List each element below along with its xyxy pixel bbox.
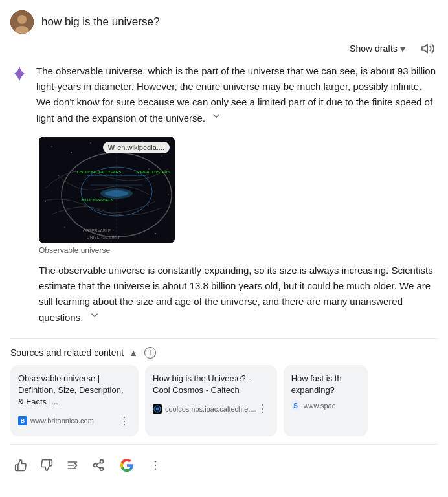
more-vertical-icon — [149, 459, 162, 472]
google-search-button[interactable] — [114, 452, 140, 478]
svg-point-14 — [168, 195, 169, 195]
content-area: The observable universe, which is the pa… — [0, 63, 448, 489]
user-avatar — [10, 10, 34, 34]
svg-line-37 — [96, 466, 100, 468]
coolcosmos-favicon — [153, 404, 162, 414]
svg-point-39 — [155, 460, 157, 462]
modify-button[interactable] — [62, 455, 83, 476]
sources-label: Sources and related content — [10, 348, 124, 358]
sources-header: Sources and related content ▲ i — [10, 347, 438, 365]
speaker-button[interactable] — [418, 39, 438, 58]
source-url-1: www.britannica.com — [30, 417, 94, 425]
google-g-icon — [118, 456, 136, 474]
share-button[interactable] — [88, 455, 109, 476]
more-options-button[interactable] — [145, 455, 166, 476]
thumbs-up-icon — [14, 459, 27, 472]
source-url-3: www.spac — [304, 402, 336, 410]
sources-chevron-up-icon[interactable]: ▲ — [129, 348, 138, 358]
svg-point-6 — [71, 152, 72, 153]
show-drafts-button[interactable]: Show drafts ▾ — [344, 40, 410, 58]
universe-image[interactable]: 1 BILLION LIGHT YEARS SUPERCLUSTERS 1 BI… — [39, 137, 175, 243]
show-drafts-label: Show drafts — [350, 43, 398, 54]
source-more-button-1[interactable]: ⋮ — [118, 414, 131, 428]
source-card-footer-3: S www.spac — [291, 401, 360, 410]
svg-point-7 — [91, 143, 91, 144]
svg-point-30 — [156, 408, 159, 410]
chevron-down-icon: ▾ — [400, 43, 405, 55]
svg-text:SUPERCLUSTERS: SUPERCLUSTERS — [136, 170, 170, 174]
source-card-title-3: How fast is th expanding? — [291, 373, 360, 396]
thumbs-down-icon — [40, 459, 53, 472]
bottom-actions — [10, 444, 438, 489]
response-paragraph-1: The observable universe, which is the pa… — [36, 63, 438, 126]
source-site-2: coolcosmos.ipac.caltech.e.... — [153, 404, 256, 414]
gemini-icon-svg — [10, 65, 28, 83]
info-icon[interactable]: i — [144, 347, 156, 359]
source-url-2: coolcosmos.ipac.caltech.e.... — [165, 405, 256, 413]
source-card-title-1: Observable universe | Definition, Size, … — [18, 373, 131, 408]
svg-point-13 — [45, 201, 46, 202]
svg-point-5 — [52, 146, 52, 147]
chevron-down-icon-2 — [89, 309, 100, 321]
modify-icon — [66, 459, 79, 472]
svg-point-40 — [155, 464, 157, 466]
image-section: 1 BILLION LIGHT YEARS SUPERCLUSTERS 1 BI… — [39, 137, 438, 255]
svg-point-1 — [17, 15, 27, 24]
svg-text:1 BILLION LIGHT YEARS: 1 BILLION LIGHT YEARS — [76, 170, 121, 174]
universe-visual: 1 BILLION LIGHT YEARS SUPERCLUSTERS 1 BI… — [39, 137, 175, 243]
source-card-britannica[interactable]: Observable universe | Definition, Size, … — [10, 365, 139, 436]
controls-bar: Show drafts ▾ — [0, 39, 448, 63]
google-logo-svg — [120, 458, 134, 472]
source-card-footer-1: B www.britannica.com ⋮ — [18, 414, 131, 428]
svg-text:UNIVERSE LIMIT: UNIVERSE LIMIT — [87, 235, 120, 239]
svg-marker-3 — [422, 45, 427, 53]
speaker-icon — [421, 41, 435, 56]
svg-point-12 — [149, 169, 150, 170]
expand-button-2[interactable] — [87, 309, 102, 321]
source-card-coolcosmos[interactable]: How big is the Universe? - Cool Cosmos -… — [145, 365, 277, 436]
wiki-url: en.wikipedia.... — [117, 144, 164, 151]
svg-point-41 — [155, 468, 157, 470]
gemini-star-icon — [10, 65, 28, 126]
svg-text:OBSERVABLE: OBSERVABLE — [83, 228, 111, 233]
britannica-favicon: B — [18, 416, 27, 425]
svg-point-10 — [162, 156, 162, 157]
sources-section: Sources and related content ▲ i Observab… — [10, 338, 438, 436]
svg-text:1 BILLION PARSECS: 1 BILLION PARSECS — [79, 198, 113, 202]
wikipedia-badge[interactable]: W en.wikipedia.... — [103, 142, 170, 153]
avatar-image — [10, 10, 34, 34]
source-site-3: S www.spac — [291, 401, 336, 410]
thumbs-down-button[interactable] — [36, 455, 57, 476]
source-site-1: B www.britannica.com — [18, 416, 94, 425]
source-card-title-2: How big is the Universe? - Cool Cosmos -… — [153, 373, 269, 396]
search-query: how big is the universe? — [41, 16, 159, 28]
query-header: how big is the universe? — [0, 0, 448, 39]
source-card-footer-2: coolcosmos.ipac.caltech.e.... ⋮ — [153, 401, 269, 416]
image-caption: Observable universe — [39, 246, 438, 255]
response-text-1: The observable universe, which is the pa… — [36, 65, 436, 124]
source-more-button-2[interactable]: ⋮ — [256, 401, 269, 416]
svg-point-16 — [155, 233, 155, 234]
thumbs-up-button[interactable] — [10, 455, 31, 476]
wiki-w-icon: W — [108, 144, 115, 151]
source-cards-container: Observable universe | Definition, Size, … — [10, 365, 438, 436]
share-icon — [92, 459, 105, 472]
source-card-space[interactable]: How fast is th expanding? S www.spac — [284, 365, 368, 436]
coolcosmos-favicon-svg — [153, 405, 161, 413]
response-paragraph-2-container: The observable universe is constantly ex… — [39, 263, 438, 326]
svg-point-15 — [64, 226, 65, 227]
expand-button-1[interactable] — [209, 110, 223, 122]
chevron-down-icon-1 — [210, 110, 222, 122]
svg-line-38 — [96, 462, 100, 464]
gemini-response-1: The observable universe, which is the pa… — [10, 63, 438, 126]
space-favicon: S — [291, 401, 300, 410]
